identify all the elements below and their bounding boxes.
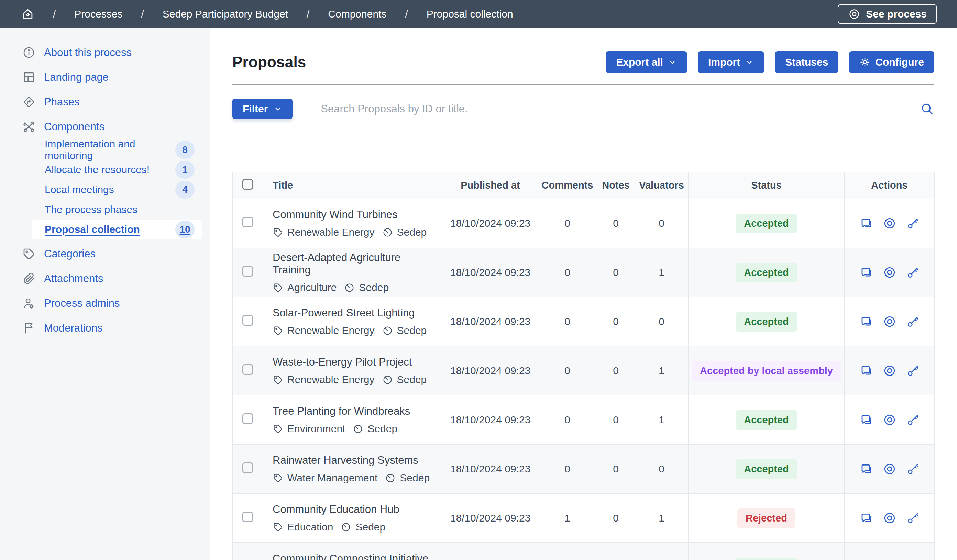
proposal-title-link[interactable]: Community Education Hub xyxy=(273,503,436,516)
info-icon xyxy=(22,46,36,60)
preview-icon[interactable] xyxy=(883,364,897,377)
tag-icon xyxy=(22,247,36,261)
scope-icon xyxy=(382,374,393,385)
import-button[interactable]: Import xyxy=(698,51,764,73)
statuses-button[interactable]: Statuses xyxy=(775,51,839,73)
topbar: / Processes / Sedep Participatory Budget… xyxy=(0,0,957,28)
permissions-key-icon[interactable] xyxy=(906,265,920,279)
permissions-key-icon[interactable] xyxy=(906,315,920,328)
sidebar-item-process-admins[interactable]: Process admins xyxy=(0,291,210,316)
answer-proposal-icon[interactable] xyxy=(859,315,873,328)
sidebar-item-about[interactable]: About this process xyxy=(0,40,210,65)
sidebar-item-label: Implementation and monitoring xyxy=(45,138,175,161)
valuators-cell: 1 xyxy=(635,494,689,543)
row-checkbox[interactable] xyxy=(242,266,253,276)
breadcrumb-proposal-collection[interactable]: Proposal collection xyxy=(426,8,513,20)
scope-icon xyxy=(382,227,393,238)
sidebar-item-landing-page[interactable]: Landing page xyxy=(0,65,210,90)
export-all-button[interactable]: Export all xyxy=(606,51,687,73)
filter-label: Filter xyxy=(243,103,268,115)
status-badge: Accepted xyxy=(736,410,797,430)
sidebar-item-attachments[interactable]: Attachments xyxy=(0,266,210,291)
select-all-checkbox[interactable] xyxy=(242,179,253,190)
configure-button[interactable]: Configure xyxy=(849,51,934,73)
row-checkbox[interactable] xyxy=(242,217,253,227)
filter-button[interactable]: Filter xyxy=(232,99,292,119)
sidebar-item-categories[interactable]: Categories xyxy=(0,241,210,266)
proposal-title-link[interactable]: Community Wind Turbines xyxy=(273,208,436,221)
row-checkbox[interactable] xyxy=(242,364,253,375)
sidebar-item-implementation-and-monitoring[interactable]: Implementation and monitoring 8 xyxy=(32,140,202,160)
proposal-category: Water Management xyxy=(287,472,377,484)
sidebar-item-label: Moderations xyxy=(44,322,103,334)
row-checkbox[interactable] xyxy=(242,315,253,326)
answer-proposal-icon[interactable] xyxy=(859,413,873,427)
breadcrumb: / Processes / Sedep Participatory Budget… xyxy=(21,8,513,21)
sidebar-item-phases[interactable]: Phases xyxy=(0,90,210,114)
preview-icon[interactable] xyxy=(883,511,897,525)
sidebar-item-local-meetings[interactable]: Local meetings 4 xyxy=(32,180,202,200)
sidebar-item-proposal-collection[interactable]: Proposal collection 10 xyxy=(32,219,202,240)
permissions-key-icon[interactable] xyxy=(906,216,920,230)
proposal-title-link[interactable]: Waste-to-Energy Pilot Project xyxy=(273,356,436,368)
published-at-cell: 18/10/2024 09:23 xyxy=(443,543,538,560)
preview-icon[interactable] xyxy=(883,216,897,230)
sidebar-item-components[interactable]: Components xyxy=(0,114,210,139)
preview-icon[interactable] xyxy=(883,315,897,328)
breadcrumb-processes[interactable]: Processes xyxy=(74,8,122,20)
valuators-cell: 0 xyxy=(635,199,689,248)
row-checkbox[interactable] xyxy=(242,413,253,424)
breadcrumb-process[interactable]: Sedep Participatory Budget xyxy=(163,8,288,20)
permissions-key-icon[interactable] xyxy=(906,364,920,377)
table-header-row: Title Published at Comments Notes Valuat… xyxy=(233,172,935,199)
search-icon[interactable] xyxy=(920,102,934,116)
sidebar-item-label: Phases xyxy=(44,96,79,108)
count-badge: 10 xyxy=(175,221,194,238)
proposal-title-link[interactable]: Rainwater Harvesting Systems xyxy=(273,454,436,467)
row-checkbox[interactable] xyxy=(242,462,253,473)
answer-proposal-icon[interactable] xyxy=(859,364,873,377)
answer-proposal-icon[interactable] xyxy=(859,216,873,230)
breadcrumb-components[interactable]: Components xyxy=(328,8,386,20)
search-input[interactable] xyxy=(321,103,913,115)
notes-cell: 0 xyxy=(597,396,635,445)
table-row: Waste-to-Energy Pilot Project Renewable … xyxy=(233,346,935,396)
sidebar-item-moderations[interactable]: Moderations xyxy=(0,316,210,341)
notes-cell: 0 xyxy=(597,297,635,346)
permissions-key-icon[interactable] xyxy=(906,413,920,427)
answer-proposal-icon[interactable] xyxy=(859,462,873,476)
preview-icon[interactable] xyxy=(883,265,897,279)
proposal-title-link[interactable]: Tree Planting for Windbreaks xyxy=(273,405,436,417)
published-at-cell: 18/10/2024 09:23 xyxy=(443,445,538,494)
valuators-cell: 0 xyxy=(635,297,689,346)
see-process-button[interactable]: See process xyxy=(838,4,937,24)
permissions-key-icon[interactable] xyxy=(906,511,920,525)
proposals-tbody: Community Wind Turbines Renewable Energy xyxy=(233,199,935,560)
tag-icon xyxy=(273,227,283,238)
permissions-key-icon[interactable] xyxy=(906,462,920,476)
sidebar-item-the-process-phases[interactable]: The process phases xyxy=(32,200,202,219)
phases-icon xyxy=(22,95,36,109)
sidebar-item-label: Attachments xyxy=(44,273,103,285)
proposal-category: Renewable Energy xyxy=(287,374,375,385)
status-badge: Accepted xyxy=(736,312,797,331)
table-row: Tree Planting for Windbreaks Environment xyxy=(233,396,935,445)
sidebar: About this process Landing page Phases xyxy=(0,28,210,560)
admin-user-icon xyxy=(22,297,36,310)
notes-cell: 0 xyxy=(597,248,635,297)
proposal-title-link[interactable]: Desert-Adapted Agriculture Training xyxy=(273,251,436,276)
chevron-down-icon xyxy=(668,58,677,67)
home-icon[interactable] xyxy=(21,8,35,21)
answer-proposal-icon[interactable] xyxy=(859,511,873,525)
sidebar-item-allocate-the-resources[interactable]: Allocate the resources! 1 xyxy=(32,160,202,180)
row-checkbox[interactable] xyxy=(242,511,253,522)
notes-cell: 0 xyxy=(597,199,635,248)
proposal-title-link[interactable]: Community Composting Initiative xyxy=(273,552,436,560)
preview-icon[interactable] xyxy=(883,462,897,476)
table-row: Community Composting Initiative Waste Ma… xyxy=(233,543,935,560)
published-at-cell: 18/10/2024 09:23 xyxy=(443,396,538,445)
preview-icon[interactable] xyxy=(883,413,897,427)
answer-proposal-icon[interactable] xyxy=(859,265,873,279)
sidebar-item-label: About this process xyxy=(44,46,132,59)
proposal-title-link[interactable]: Solar-Powered Street Lighting xyxy=(273,307,436,319)
